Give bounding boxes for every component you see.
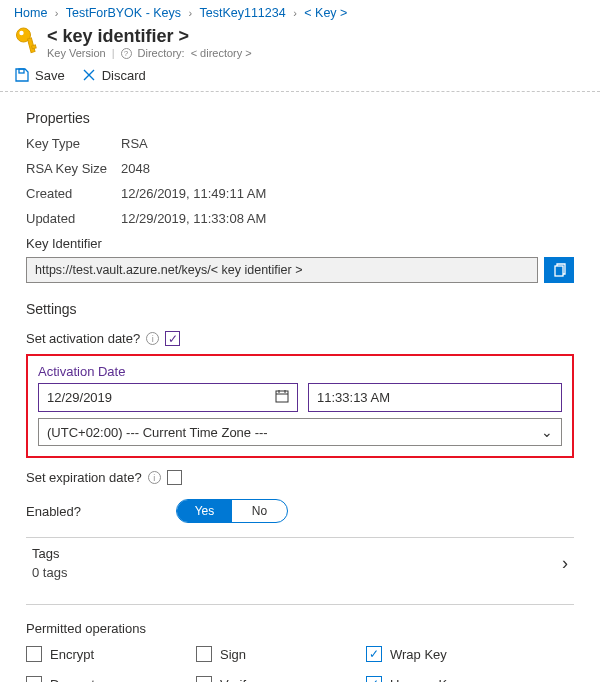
subtitle-directory-value: < directory > [191,47,252,59]
verify-label: Verify [220,677,253,683]
breadcrumb: Home › TestForBYOK - Keys › TestKey11123… [0,0,600,22]
subtitle-version: Key Version [47,47,106,59]
info-icon[interactable]: i [148,471,161,484]
key-size-label: RSA Key Size [26,161,121,176]
verify-checkbox[interactable] [196,676,212,682]
decrypt-checkbox[interactable] [26,676,42,682]
encrypt-checkbox[interactable] [26,646,42,662]
enabled-toggle[interactable]: Yes No [176,499,288,523]
identifier-label: Key Identifier [26,236,574,251]
updated-value: 12/29/2019, 11:33:08 AM [121,211,266,226]
activation-date-panel: Activation Date 12/29/2019 11:33:13 AM (… [26,354,574,458]
expiration-checkbox[interactable] [167,470,182,485]
subtitle-directory-label: Directory: [138,47,185,59]
page-header: < key identifier > Key Version | ? Direc… [0,22,600,61]
discard-label: Discard [102,68,146,83]
save-label: Save [35,68,65,83]
activation-time-input[interactable]: 11:33:13 AM [308,383,562,412]
copy-button[interactable] [544,257,574,283]
chevron-right-icon: › [293,7,297,19]
activation-checkbox[interactable] [165,331,180,346]
activation-question: Set activation date? [26,331,140,346]
enabled-label: Enabled? [26,504,146,519]
encrypt-label: Encrypt [50,647,94,662]
breadcrumb-vault[interactable]: TestForBYOK - Keys [66,6,181,20]
info-icon[interactable]: ? [121,48,132,59]
key-icon [14,26,39,56]
activation-date-value: 12/29/2019 [47,390,112,405]
page-title: < key identifier > [47,26,252,47]
sign-label: Sign [220,647,246,662]
breadcrumb-version[interactable]: < Key > [304,6,347,20]
wrap-label: Wrap Key [390,647,447,662]
created-value: 12/26/2019, 11:49:11 AM [121,186,266,201]
svg-rect-4 [19,69,24,73]
expiration-question: Set expiration date? [26,470,142,485]
copy-icon [551,262,567,278]
chevron-right-icon: › [189,7,193,19]
breadcrumb-home[interactable]: Home [14,6,47,20]
activation-date-title: Activation Date [38,364,562,379]
svg-rect-6 [276,391,288,402]
chevron-down-icon: ⌄ [541,424,553,440]
breadcrumb-key[interactable]: TestKey111234 [199,6,285,20]
chevron-right-icon: › [55,7,59,19]
activation-date-input[interactable]: 12/29/2019 [38,383,298,412]
calendar-icon[interactable] [275,389,289,406]
svg-rect-5 [555,266,563,276]
enabled-no: No [232,500,287,522]
created-label: Created [26,186,121,201]
svg-point-1 [19,31,23,35]
decrypt-label: Decrypt [50,677,95,683]
unwrap-label: Unwrap Key [390,677,461,683]
identifier-field[interactable]: https://test.vault.azure.net/keys/< key … [26,257,538,283]
timezone-select[interactable]: (UTC+02:00) --- Current Time Zone --- ⌄ [38,418,562,446]
updated-label: Updated [26,211,121,226]
discard-icon [81,67,97,83]
activation-time-value: 11:33:13 AM [317,390,390,405]
command-bar: Save Discard [0,61,600,92]
key-type-value: RSA [121,136,148,151]
save-icon [14,67,30,83]
timezone-value: (UTC+02:00) --- Current Time Zone --- [47,425,268,440]
save-button[interactable]: Save [14,67,65,83]
svg-rect-3 [32,45,37,49]
tags-count: 0 tags [32,565,67,580]
info-icon[interactable]: i [146,332,159,345]
key-type-label: Key Type [26,136,121,151]
properties-heading: Properties [26,110,574,126]
tags-panel[interactable]: Tags 0 tags › [26,538,574,590]
chevron-right-icon: › [562,553,568,574]
unwrap-checkbox[interactable] [366,676,382,682]
tags-title: Tags [32,546,67,561]
enabled-yes: Yes [177,500,232,522]
settings-heading: Settings [26,301,574,317]
sign-checkbox[interactable] [196,646,212,662]
discard-button[interactable]: Discard [81,67,146,83]
wrap-checkbox[interactable] [366,646,382,662]
key-size-value: 2048 [121,161,150,176]
permitted-heading: Permitted operations [26,621,574,636]
